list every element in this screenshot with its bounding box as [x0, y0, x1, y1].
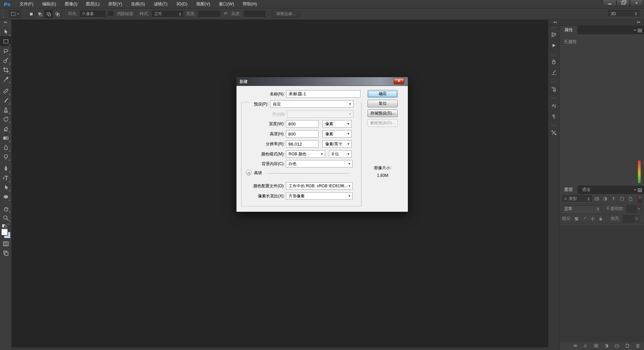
clone-stamp-tool-button[interactable]: [1, 105, 11, 114]
filter-smart-objects-button[interactable]: [627, 196, 634, 202]
color-mode-dropdown[interactable]: RGB 颜色: [286, 150, 325, 158]
brush-panel-button[interactable]: [550, 68, 558, 77]
minimize-button[interactable]: [603, 0, 616, 6]
menu-filter[interactable]: 滤镜(T): [149, 0, 172, 8]
ellipse-shape-tool-button[interactable]: [1, 192, 11, 201]
fill-dropdown[interactable]: [623, 215, 640, 222]
zoom-tool-button[interactable]: [1, 213, 11, 222]
antialias-checkbox[interactable]: [108, 11, 113, 16]
filter-shape-layers-button[interactable]: [619, 196, 625, 202]
gradient-tool-button[interactable]: [1, 133, 11, 143]
width-input[interactable]: [199, 11, 220, 17]
height-input[interactable]: [244, 11, 265, 17]
hand-tool-button[interactable]: [1, 204, 11, 213]
close-button[interactable]: ×: [630, 0, 643, 6]
path-selection-tool-button[interactable]: [1, 183, 11, 192]
foreground-color-swatch[interactable]: [1, 229, 8, 235]
crop-tool-button[interactable]: [1, 65, 11, 74]
new-selection-button[interactable]: [27, 10, 35, 18]
new-layer-button[interactable]: [624, 343, 630, 349]
expand-panels-icon[interactable]: ▶▶: [637, 21, 641, 23]
filter-adjustment-layers-button[interactable]: [602, 196, 608, 202]
layer-style-button[interactable]: fx: [583, 343, 589, 349]
options-grip[interactable]: [3, 10, 5, 18]
save-preset-button[interactable]: 存储预设(S)...: [368, 109, 398, 117]
panel-menu-button[interactable]: [634, 28, 642, 32]
menu-type[interactable]: 类型(Y): [104, 0, 127, 8]
resolution-input[interactable]: [286, 140, 318, 148]
brush-presets-panel-button[interactable]: [550, 57, 558, 66]
paragraph-panel-button[interactable]: ¶: [550, 112, 558, 120]
move-tool-button[interactable]: [1, 27, 11, 36]
dialog-titlebar[interactable]: 新建 ×: [237, 77, 408, 86]
toolbar-collapse-button[interactable]: ▸▸: [4, 20, 7, 24]
panel-group-grip[interactable]: [551, 125, 557, 126]
height-input[interactable]: [286, 130, 318, 138]
menu-file[interactable]: 文件(F): [15, 0, 38, 8]
quick-selection-tool-button[interactable]: [1, 56, 11, 65]
dodge-tool-button[interactable]: [1, 152, 11, 161]
clone-source-panel-button[interactable]: [550, 85, 558, 93]
subtract-from-selection-button[interactable]: [45, 10, 53, 18]
reset-button[interactable]: 复位: [368, 100, 398, 107]
menu-3d[interactable]: 3D(D): [172, 0, 191, 8]
intersect-selection-button[interactable]: [53, 10, 61, 18]
pen-tool-button[interactable]: [1, 164, 11, 173]
lock-position-button[interactable]: [590, 216, 596, 222]
collapse-panels-icon[interactable]: ◀◀: [553, 21, 557, 23]
character-panel-button[interactable]: A|: [550, 101, 558, 110]
tab-layers[interactable]: 图层: [560, 186, 577, 194]
eyedropper-tool-button[interactable]: [1, 74, 11, 84]
history-panel-button[interactable]: [550, 30, 558, 39]
tool-presets-panel-button[interactable]: [550, 128, 558, 137]
actions-panel-button[interactable]: [550, 41, 558, 50]
workspace-switcher[interactable]: 3D: [608, 10, 639, 17]
layers-list[interactable]: [560, 225, 644, 341]
add-layer-mask-button[interactable]: [593, 343, 599, 349]
menu-view[interactable]: 视图(V): [192, 0, 215, 8]
brush-tool-button[interactable]: [1, 96, 11, 105]
width-unit-dropdown[interactable]: 像素: [323, 120, 352, 128]
toolbar-grip[interactable]: [3, 25, 9, 26]
height-unit-dropdown[interactable]: 像素: [323, 130, 352, 138]
color-profile-dropdown[interactable]: 工作中的 RGB: sRGB IEC6196...: [286, 182, 353, 190]
blend-mode-dropdown[interactable]: 正常: [562, 205, 601, 212]
width-input[interactable]: [286, 120, 318, 128]
name-input[interactable]: [286, 90, 360, 98]
swap-width-height-icon[interactable]: [223, 11, 228, 17]
blur-tool-button[interactable]: [1, 143, 11, 152]
bit-depth-dropdown[interactable]: 8 位: [329, 150, 352, 158]
advanced-toggle-button[interactable]: [246, 170, 252, 176]
filter-kind-dropdown[interactable]: 类型: [562, 195, 592, 202]
new-group-button[interactable]: [614, 343, 620, 349]
screen-mode-button[interactable]: [1, 248, 11, 258]
resolution-unit-dropdown[interactable]: 像素/英寸: [323, 140, 352, 148]
lock-all-button[interactable]: [598, 216, 604, 222]
quick-mask-button[interactable]: [1, 239, 11, 248]
lock-pixels-button[interactable]: [582, 216, 588, 222]
link-layers-button[interactable]: [572, 343, 578, 349]
panel-group-grip[interactable]: [551, 82, 557, 82]
feather-input[interactable]: [80, 11, 105, 17]
restore-button[interactable]: [616, 0, 630, 6]
tab-properties[interactable]: 属性: [560, 26, 577, 34]
lock-transparency-button[interactable]: [573, 216, 579, 222]
style-dropdown[interactable]: 正常: [152, 11, 183, 17]
current-tool-preset[interactable]: [9, 10, 21, 18]
eraser-tool-button[interactable]: [1, 124, 11, 133]
new-adjustment-layer-button[interactable]: [603, 343, 609, 349]
filter-type-layers-button[interactable]: T: [610, 196, 617, 202]
preset-dropdown[interactable]: 自定: [270, 100, 353, 108]
panel-group-grip[interactable]: [551, 98, 557, 99]
pixel-aspect-dropdown[interactable]: 方形像素: [286, 192, 353, 200]
rectangular-marquee-tool-button[interactable]: [0, 36, 11, 46]
lasso-tool-button[interactable]: [1, 46, 11, 56]
tab-channels[interactable]: 通道: [577, 186, 595, 194]
filter-pixel-layers-button[interactable]: [594, 196, 600, 202]
dialog-close-button[interactable]: ×: [394, 78, 404, 84]
layer-filter-switch[interactable]: [638, 195, 642, 203]
menu-image[interactable]: 图像(I): [60, 0, 82, 8]
refine-edge-button[interactable]: 调整边缘...: [272, 10, 300, 17]
default-and-swap-colors[interactable]: [2, 224, 10, 228]
menu-layer[interactable]: 图层(L): [82, 0, 104, 8]
